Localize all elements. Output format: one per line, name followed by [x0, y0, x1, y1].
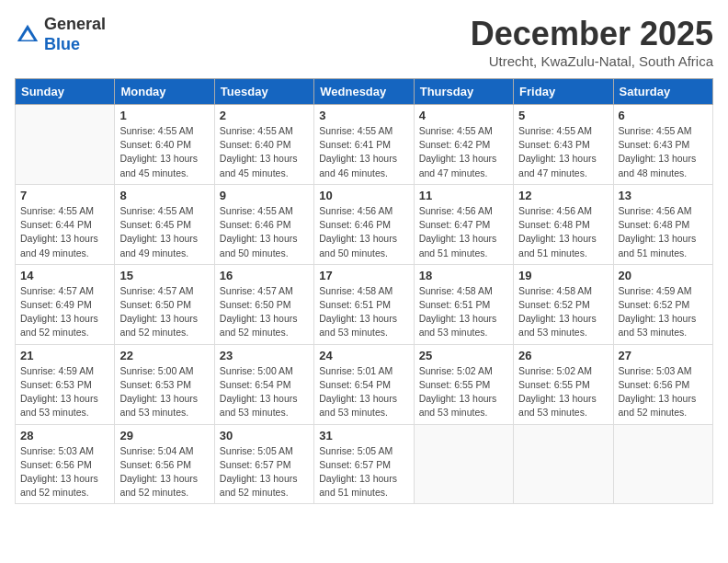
day-number: 1 — [119, 109, 209, 122]
day-number: 29 — [119, 429, 209, 442]
day-info: Sunrise: 4:55 AMSunset: 6:46 PMDaylight:… — [220, 204, 309, 260]
calendar-cell: 5Sunrise: 4:55 AMSunset: 6:43 PMDaylight… — [514, 105, 613, 185]
calendar-cell: 21Sunrise: 4:59 AMSunset: 6:53 PMDayligh… — [16, 344, 115, 424]
calendar-cell: 26Sunrise: 5:02 AMSunset: 6:55 PMDayligh… — [514, 344, 613, 424]
day-info: Sunrise: 4:57 AMSunset: 6:50 PMDaylight:… — [220, 284, 309, 340]
day-number: 27 — [619, 349, 708, 362]
day-number: 15 — [119, 269, 209, 282]
logo-general: General — [44, 15, 106, 33]
calendar-title: December 2025 — [471, 15, 713, 53]
day-number: 28 — [20, 429, 109, 442]
day-number: 18 — [419, 269, 508, 282]
column-header-sunday: Sunday — [16, 79, 115, 105]
calendar-subtitle: Utrecht, KwaZulu-Natal, South Africa — [471, 53, 713, 69]
calendar-cell: 11Sunrise: 4:56 AMSunset: 6:47 PMDayligh… — [414, 184, 513, 264]
day-number: 9 — [220, 189, 309, 202]
day-info: Sunrise: 5:05 AMSunset: 6:57 PMDaylight:… — [220, 444, 309, 500]
column-header-thursday: Thursday — [414, 79, 513, 105]
day-info: Sunrise: 5:05 AMSunset: 6:57 PMDaylight:… — [319, 444, 408, 500]
calendar-cell: 1Sunrise: 4:55 AMSunset: 6:40 PMDaylight… — [115, 105, 214, 185]
week-row-2: 7Sunrise: 4:55 AMSunset: 6:44 PMDaylight… — [16, 184, 713, 264]
day-info: Sunrise: 4:59 AMSunset: 6:53 PMDaylight:… — [20, 364, 109, 420]
calendar-cell: 7Sunrise: 4:55 AMSunset: 6:44 PMDaylight… — [16, 184, 115, 264]
day-number: 22 — [119, 349, 209, 362]
day-number: 4 — [419, 109, 508, 122]
day-info: Sunrise: 5:02 AMSunset: 6:55 PMDaylight:… — [419, 364, 508, 420]
logo-text: General Blue — [44, 15, 106, 54]
logo-icon — [15, 22, 40, 48]
calendar-cell: 29Sunrise: 5:04 AMSunset: 6:56 PMDayligh… — [115, 424, 214, 504]
day-number: 11 — [419, 189, 508, 202]
week-row-3: 14Sunrise: 4:57 AMSunset: 6:49 PMDayligh… — [16, 264, 713, 344]
day-info: Sunrise: 4:55 AMSunset: 6:43 PMDaylight:… — [619, 124, 708, 180]
column-header-saturday: Saturday — [613, 79, 712, 105]
week-row-5: 28Sunrise: 5:03 AMSunset: 6:56 PMDayligh… — [16, 424, 713, 504]
calendar-cell: 8Sunrise: 4:55 AMSunset: 6:45 PMDaylight… — [115, 184, 214, 264]
day-info: Sunrise: 5:00 AMSunset: 6:53 PMDaylight:… — [119, 364, 209, 420]
calendar-cell — [414, 424, 513, 504]
logo: General Blue — [15, 15, 106, 54]
calendar-cell — [16, 105, 115, 185]
calendar-cell: 25Sunrise: 5:02 AMSunset: 6:55 PMDayligh… — [414, 344, 513, 424]
day-info: Sunrise: 4:58 AMSunset: 6:51 PMDaylight:… — [319, 284, 408, 340]
calendar-cell — [613, 424, 712, 504]
logo-blue: Blue — [44, 35, 80, 53]
day-number: 2 — [220, 109, 309, 122]
day-info: Sunrise: 5:04 AMSunset: 6:56 PMDaylight:… — [119, 444, 209, 500]
calendar-cell: 18Sunrise: 4:58 AMSunset: 6:51 PMDayligh… — [414, 264, 513, 344]
day-number: 23 — [220, 349, 309, 362]
day-info: Sunrise: 5:03 AMSunset: 6:56 PMDaylight:… — [20, 444, 109, 500]
day-number: 31 — [319, 429, 408, 442]
day-number: 10 — [319, 189, 408, 202]
week-row-4: 21Sunrise: 4:59 AMSunset: 6:53 PMDayligh… — [16, 344, 713, 424]
calendar-cell: 15Sunrise: 4:57 AMSunset: 6:50 PMDayligh… — [115, 264, 214, 344]
day-info: Sunrise: 4:59 AMSunset: 6:52 PMDaylight:… — [619, 284, 708, 340]
calendar-cell: 4Sunrise: 4:55 AMSunset: 6:42 PMDaylight… — [414, 105, 513, 185]
day-number: 25 — [419, 349, 508, 362]
calendar-cell: 24Sunrise: 5:01 AMSunset: 6:54 PMDayligh… — [314, 344, 414, 424]
day-info: Sunrise: 4:55 AMSunset: 6:45 PMDaylight:… — [119, 204, 209, 260]
calendar-cell — [514, 424, 613, 504]
calendar-cell: 19Sunrise: 4:58 AMSunset: 6:52 PMDayligh… — [514, 264, 613, 344]
day-info: Sunrise: 4:55 AMSunset: 6:43 PMDaylight:… — [518, 124, 608, 180]
day-info: Sunrise: 5:02 AMSunset: 6:55 PMDaylight:… — [518, 364, 608, 420]
calendar-cell: 28Sunrise: 5:03 AMSunset: 6:56 PMDayligh… — [16, 424, 115, 504]
day-number: 3 — [319, 109, 408, 122]
day-number: 30 — [220, 429, 309, 442]
day-number: 16 — [220, 269, 309, 282]
calendar-cell: 3Sunrise: 4:55 AMSunset: 6:41 PMDaylight… — [314, 105, 414, 185]
day-info: Sunrise: 4:55 AMSunset: 6:44 PMDaylight:… — [20, 204, 109, 260]
day-info: Sunrise: 4:55 AMSunset: 6:40 PMDaylight:… — [119, 124, 209, 180]
day-info: Sunrise: 4:57 AMSunset: 6:50 PMDaylight:… — [119, 284, 209, 340]
calendar-cell: 6Sunrise: 4:55 AMSunset: 6:43 PMDaylight… — [613, 105, 712, 185]
day-info: Sunrise: 5:03 AMSunset: 6:56 PMDaylight:… — [619, 364, 708, 420]
column-header-friday: Friday — [514, 79, 613, 105]
calendar-cell: 17Sunrise: 4:58 AMSunset: 6:51 PMDayligh… — [314, 264, 414, 344]
calendar-cell: 16Sunrise: 4:57 AMSunset: 6:50 PMDayligh… — [214, 264, 313, 344]
day-number: 21 — [20, 349, 109, 362]
day-number: 13 — [619, 189, 708, 202]
column-header-row: SundayMondayTuesdayWednesdayThursdayFrid… — [16, 79, 713, 105]
day-number: 26 — [518, 349, 608, 362]
day-number: 19 — [518, 269, 608, 282]
page-header: General Blue December 2025 Utrecht, KwaZ… — [15, 15, 713, 69]
title-area: December 2025 Utrecht, KwaZulu-Natal, So… — [471, 15, 713, 69]
column-header-tuesday: Tuesday — [214, 79, 313, 105]
calendar-cell: 30Sunrise: 5:05 AMSunset: 6:57 PMDayligh… — [214, 424, 313, 504]
day-info: Sunrise: 5:01 AMSunset: 6:54 PMDaylight:… — [319, 364, 408, 420]
day-info: Sunrise: 4:55 AMSunset: 6:42 PMDaylight:… — [419, 124, 508, 180]
day-number: 12 — [518, 189, 608, 202]
calendar-table: SundayMondayTuesdayWednesdayThursdayFrid… — [15, 78, 713, 504]
day-number: 20 — [619, 269, 708, 282]
calendar-cell: 2Sunrise: 4:55 AMSunset: 6:40 PMDaylight… — [214, 105, 313, 185]
day-number: 8 — [119, 189, 209, 202]
column-header-wednesday: Wednesday — [314, 79, 414, 105]
calendar-cell: 10Sunrise: 4:56 AMSunset: 6:46 PMDayligh… — [314, 184, 414, 264]
day-number: 17 — [319, 269, 408, 282]
calendar-cell: 13Sunrise: 4:56 AMSunset: 6:48 PMDayligh… — [613, 184, 712, 264]
day-info: Sunrise: 4:56 AMSunset: 6:46 PMDaylight:… — [319, 204, 408, 260]
day-number: 24 — [319, 349, 408, 362]
column-header-monday: Monday — [115, 79, 214, 105]
day-number: 14 — [20, 269, 109, 282]
calendar-cell: 20Sunrise: 4:59 AMSunset: 6:52 PMDayligh… — [613, 264, 712, 344]
